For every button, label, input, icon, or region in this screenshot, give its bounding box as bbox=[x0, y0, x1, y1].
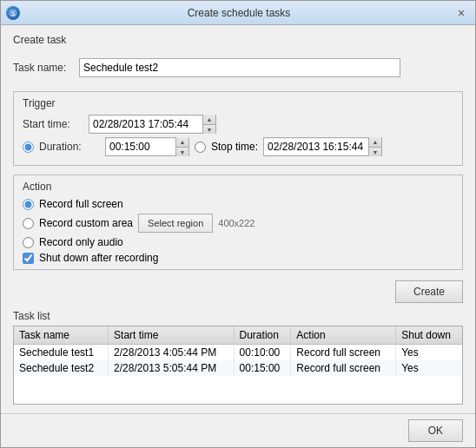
start-time-row: Start time: ▲ ▼ bbox=[23, 115, 453, 134]
app-icon: S bbox=[6, 6, 20, 20]
bottom-bar: OK bbox=[1, 413, 475, 447]
record-full-screen-row: Record full screen bbox=[23, 198, 453, 210]
cell-task-name-2: Sechedule test2 bbox=[14, 360, 109, 376]
cell-duration-2: 00:15:00 bbox=[234, 360, 291, 376]
task-name-label: Task name: bbox=[13, 62, 74, 74]
start-time-input[interactable] bbox=[89, 116, 202, 132]
duration-input[interactable] bbox=[106, 139, 175, 155]
record-custom-area-label: Record custom area bbox=[39, 217, 133, 229]
region-size: 400x222 bbox=[218, 218, 255, 228]
shutdown-row: Shut down after recording bbox=[23, 252, 453, 264]
duration-label: Duration: bbox=[39, 141, 100, 153]
start-time-label: Start time: bbox=[23, 118, 83, 130]
record-custom-area-row: Record custom area Select region 400x222 bbox=[23, 214, 453, 233]
stop-time-label: Stop time: bbox=[211, 141, 258, 153]
record-full-screen-label: Record full screen bbox=[39, 198, 123, 210]
window-title: Create schedule tasks bbox=[25, 7, 453, 19]
start-time-down-button[interactable]: ▼ bbox=[203, 124, 215, 134]
select-region-button[interactable]: Select region bbox=[138, 214, 213, 233]
task-list-label: Task list bbox=[13, 310, 463, 322]
task-table-container: Task name Start time Duration Action Shu… bbox=[13, 326, 463, 405]
trigger-title: Trigger bbox=[23, 97, 453, 109]
col-action: Action bbox=[291, 326, 396, 345]
ok-button[interactable]: OK bbox=[408, 419, 463, 442]
stop-time-input-group: ▲ ▼ bbox=[263, 137, 382, 156]
duration-input-group: ▲ ▼ bbox=[105, 137, 189, 156]
stop-time-spinners: ▲ ▼ bbox=[368, 137, 381, 156]
stop-time-input[interactable] bbox=[264, 139, 368, 155]
stop-time-radio[interactable] bbox=[195, 142, 206, 153]
record-full-screen-radio[interactable] bbox=[23, 199, 34, 210]
action-title: Action bbox=[23, 181, 453, 193]
stop-time-down-button[interactable]: ▼ bbox=[369, 147, 381, 156]
task-name-row: Task name: bbox=[13, 58, 463, 77]
table-row[interactable]: Sechedule test1 2/28/2013 4:05:44 PM 00:… bbox=[14, 345, 462, 361]
start-time-input-group: ▲ ▼ bbox=[89, 115, 216, 134]
content-area: Create task Task name: Trigger Start tim… bbox=[1, 25, 475, 413]
start-time-up-button[interactable]: ▲ bbox=[203, 115, 215, 124]
task-table: Task name Start time Duration Action Shu… bbox=[14, 326, 462, 376]
duration-stop-row: Duration: ▲ ▼ Stop time: ▲ ▼ bbox=[23, 137, 453, 156]
cell-shut-down-2: Yes bbox=[396, 360, 462, 376]
col-duration: Duration bbox=[234, 326, 291, 345]
cell-start-time-1: 2/28/2013 4:05:44 PM bbox=[109, 345, 234, 361]
create-btn-row: Create bbox=[13, 280, 463, 303]
stop-time-up-button[interactable]: ▲ bbox=[369, 137, 381, 147]
start-time-spinners: ▲ ▼ bbox=[202, 115, 215, 134]
action-section: Action Record full screen Record custom … bbox=[13, 175, 463, 270]
create-task-label: Create task bbox=[13, 34, 463, 46]
close-button[interactable]: × bbox=[453, 5, 470, 21]
duration-up-button[interactable]: ▲ bbox=[176, 137, 188, 147]
cell-action-1: Record full screen bbox=[291, 345, 396, 361]
record-only-audio-label: Record only audio bbox=[39, 236, 123, 248]
svg-text:S: S bbox=[11, 10, 16, 16]
create-button[interactable]: Create bbox=[395, 280, 463, 303]
record-only-audio-radio[interactable] bbox=[23, 237, 34, 248]
action-radio-group: Record full screen Record custom area Se… bbox=[23, 198, 453, 264]
col-task-name: Task name bbox=[14, 326, 109, 345]
shutdown-checkbox[interactable] bbox=[23, 253, 34, 264]
task-table-header: Task name Start time Duration Action Shu… bbox=[14, 326, 462, 345]
table-row[interactable]: Sechedule test2 2/28/2013 5:05:44 PM 00:… bbox=[14, 360, 462, 376]
shutdown-label: Shut down after recording bbox=[39, 252, 158, 264]
record-custom-area-radio[interactable] bbox=[23, 218, 34, 229]
task-name-input[interactable] bbox=[79, 58, 400, 77]
duration-down-button[interactable]: ▼ bbox=[176, 147, 188, 156]
trigger-section: Trigger Start time: ▲ ▼ Duration: bbox=[13, 91, 463, 166]
cell-duration-1: 00:10:00 bbox=[234, 345, 291, 361]
cell-start-time-2: 2/28/2013 5:05:44 PM bbox=[109, 360, 234, 376]
duration-spinners: ▲ ▼ bbox=[175, 137, 188, 156]
cell-task-name-1: Sechedule test1 bbox=[14, 345, 109, 361]
title-bar: S Create schedule tasks × bbox=[1, 1, 475, 25]
table-header-row: Task name Start time Duration Action Shu… bbox=[14, 326, 462, 345]
task-table-body: Sechedule test1 2/28/2013 4:05:44 PM 00:… bbox=[14, 345, 462, 377]
task-list-section: Task list Task name Start time Duration … bbox=[13, 310, 463, 405]
col-start-time: Start time bbox=[109, 326, 234, 345]
main-window: S Create schedule tasks × Create task Ta… bbox=[0, 0, 476, 448]
cell-shut-down-1: Yes bbox=[396, 345, 462, 361]
record-only-audio-row: Record only audio bbox=[23, 236, 453, 248]
col-shut-down: Shut down bbox=[396, 326, 462, 345]
duration-radio[interactable] bbox=[23, 142, 34, 153]
cell-action-2: Record full screen bbox=[291, 360, 396, 376]
